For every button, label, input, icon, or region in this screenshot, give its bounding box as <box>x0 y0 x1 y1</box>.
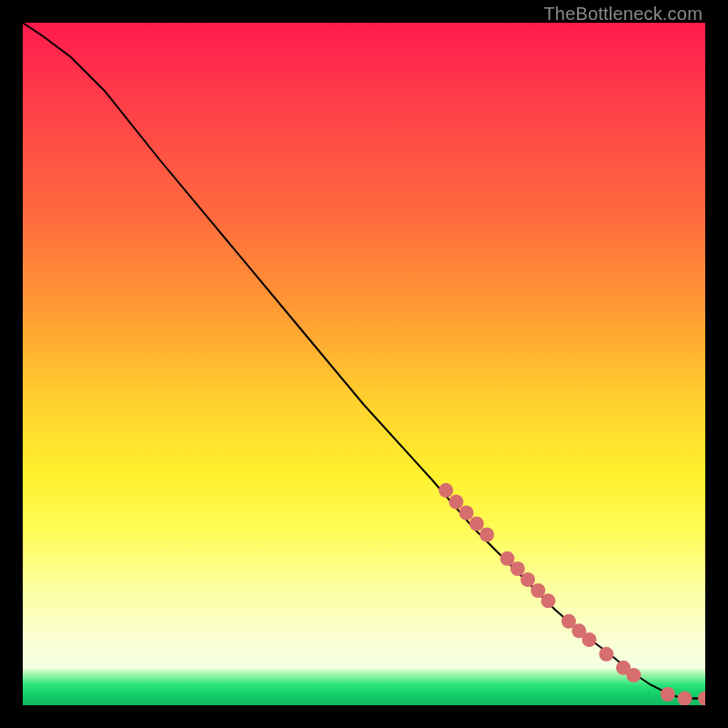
curve-path <box>23 23 705 699</box>
watermark-text: TheBottleneck.com <box>543 4 703 25</box>
curve-marker <box>500 551 515 566</box>
curve-marker <box>678 692 693 706</box>
curve-marker <box>582 632 597 647</box>
curve-svg <box>23 23 705 705</box>
curve-marker <box>511 561 525 576</box>
curve-marker <box>599 647 613 662</box>
curve-marker <box>616 661 631 675</box>
curve-marker <box>661 687 675 702</box>
curve-marker <box>460 506 474 521</box>
plot-area <box>23 23 705 705</box>
curve-marker <box>541 593 556 608</box>
curve-marker <box>439 483 453 498</box>
curve-marker <box>571 623 586 638</box>
curve-marker <box>561 614 576 629</box>
curve-markers <box>439 483 705 705</box>
curve-marker <box>449 495 463 510</box>
curve-marker <box>626 668 641 682</box>
curve-marker <box>470 517 484 531</box>
curve-marker <box>698 692 705 706</box>
curve-marker <box>531 583 545 598</box>
curve-marker <box>521 572 535 587</box>
chart-stage: TheBottleneck.com <box>0 0 728 728</box>
curve-marker <box>480 528 494 542</box>
